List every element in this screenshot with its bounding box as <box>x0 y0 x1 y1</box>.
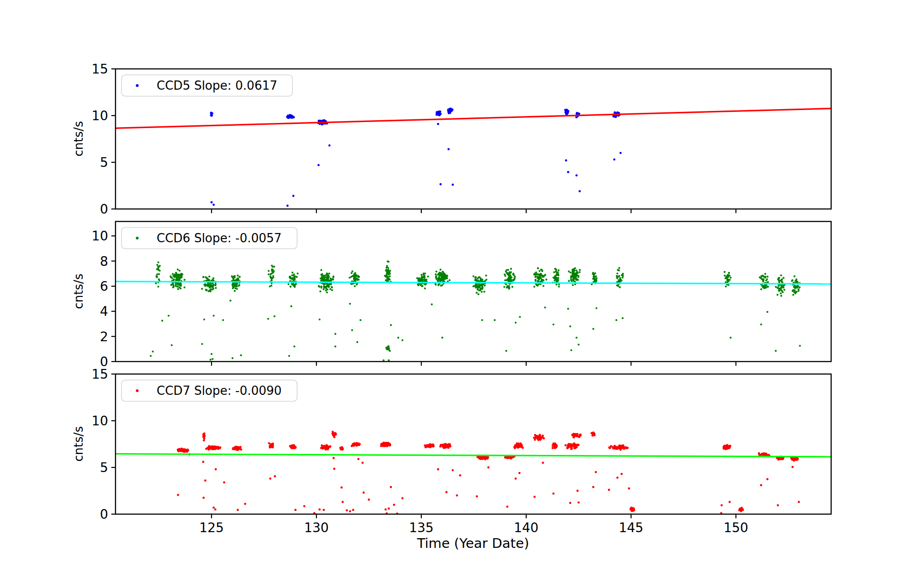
data-point <box>232 287 234 289</box>
data-point <box>268 273 270 275</box>
data-point <box>555 279 557 281</box>
data-point-outlier <box>766 478 769 480</box>
y-tick-label: 5 <box>100 155 108 170</box>
data-point-outlier <box>202 461 204 463</box>
data-point-outlier <box>317 164 320 166</box>
data-point <box>573 276 575 278</box>
data-point-outlier <box>401 339 403 341</box>
data-point <box>432 444 434 446</box>
data-point <box>479 289 481 291</box>
data-point <box>767 281 769 283</box>
data-point-outlier <box>351 329 353 331</box>
data-point-outlier <box>346 509 348 512</box>
data-point <box>176 273 177 275</box>
data-point-outlier <box>384 509 387 511</box>
data-point <box>174 276 176 278</box>
data-point-outlier <box>383 359 384 361</box>
data-point <box>568 280 570 282</box>
data-point-outlier <box>505 350 507 352</box>
data-point <box>511 286 513 288</box>
data-point <box>481 279 483 281</box>
data-point <box>728 272 730 274</box>
data-point <box>324 448 327 450</box>
data-point-outlier <box>798 501 800 503</box>
data-point-outlier <box>437 123 439 125</box>
data-point <box>385 270 387 271</box>
data-point <box>572 436 575 438</box>
data-point <box>796 285 798 287</box>
data-point <box>566 112 569 114</box>
data-point <box>178 274 180 276</box>
data-point <box>421 279 423 281</box>
data-point-outlier <box>340 486 343 489</box>
data-point <box>319 290 321 292</box>
data-point <box>618 267 620 269</box>
data-point <box>381 442 383 445</box>
data-point <box>424 444 426 447</box>
data-point-outlier <box>352 509 354 511</box>
data-point-outlier <box>397 337 399 338</box>
data-point <box>327 277 329 279</box>
data-point <box>537 267 539 269</box>
data-point-outlier <box>567 171 569 173</box>
data-point <box>212 282 213 284</box>
data-point <box>545 279 547 281</box>
data-point-outlier <box>215 468 217 471</box>
data-point <box>473 276 474 277</box>
data-point-outlier <box>171 344 173 346</box>
data-point <box>508 280 510 282</box>
data-point-outlier <box>456 494 458 497</box>
data-point <box>511 276 512 278</box>
chart-canvas: 0510150246810125130135140145150051015 CC… <box>0 0 924 577</box>
data-point-outlier <box>223 481 225 484</box>
data-point <box>725 447 727 449</box>
data-point-outlier <box>161 320 163 322</box>
data-point <box>290 286 292 288</box>
data-point-outlier <box>596 307 597 309</box>
data-point <box>792 294 794 296</box>
data-point-outlier <box>318 509 321 511</box>
data-point <box>157 268 159 270</box>
data-point <box>764 273 766 275</box>
data-point <box>389 276 391 277</box>
data-point <box>269 285 271 287</box>
y-tick-label: 10 <box>91 228 108 244</box>
data-point <box>555 283 557 285</box>
data-point <box>558 286 560 288</box>
data-point <box>539 270 541 272</box>
data-point <box>579 271 581 273</box>
data-point-outlier <box>333 468 335 470</box>
data-point <box>554 268 556 270</box>
data-point-outlier <box>760 484 762 486</box>
data-point-outlier <box>565 160 567 162</box>
data-point-outlier <box>212 358 213 360</box>
data-point <box>542 285 544 287</box>
data-point <box>387 346 389 348</box>
data-point <box>271 279 273 281</box>
data-point <box>321 278 322 280</box>
data-point-outlier <box>274 475 276 478</box>
data-point <box>533 286 535 288</box>
legend-label-ccd5: CCD5 Slope: 0.0617 <box>157 79 277 92</box>
y-axis-label-ccd7: cnts/s <box>72 426 85 462</box>
data-point <box>508 275 510 277</box>
data-point <box>387 442 389 444</box>
data-point <box>177 269 179 270</box>
data-point-outlier <box>274 315 275 317</box>
data-point <box>784 289 785 291</box>
data-point-outlier <box>441 337 443 338</box>
data-point-outlier <box>452 469 454 472</box>
data-point <box>235 288 237 289</box>
data-point <box>156 273 158 275</box>
data-point <box>213 277 214 279</box>
data-point <box>172 273 174 275</box>
data-point <box>323 287 325 288</box>
data-point <box>739 509 741 511</box>
data-point-outlier <box>244 503 246 505</box>
data-point <box>214 446 216 448</box>
data-point-outlier <box>361 462 364 464</box>
data-point <box>326 272 328 274</box>
data-point <box>207 278 209 280</box>
data-point <box>621 276 623 278</box>
data-point-outlier <box>567 308 569 310</box>
